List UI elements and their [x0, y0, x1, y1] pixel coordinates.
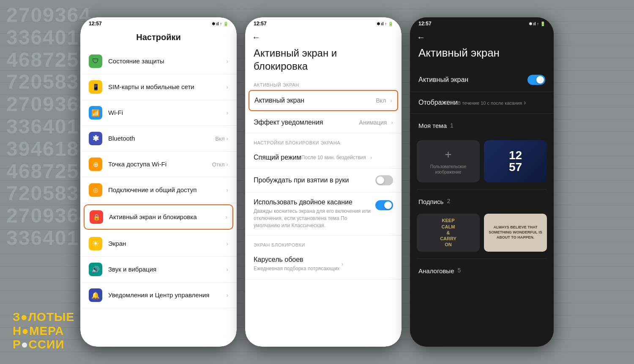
- phone-3-screen: 12:57 ✱ ıl ↑ 🔋 ← Активный экран Активный…: [410, 17, 554, 347]
- screen-icon: ☀: [89, 237, 102, 250]
- settings-item-security[interactable]: 🛡 Состояние защиты ›: [80, 49, 237, 74]
- sound-icon: 🔊: [89, 263, 102, 276]
- hotspot-label: Точка доступа Wi-Fi: [108, 160, 167, 168]
- lock-icon: 🔒: [90, 210, 103, 224]
- theme-grid: + Пользовательское изображение 12 57: [410, 137, 554, 189]
- page-3-title: Активный экран: [410, 44, 554, 68]
- chevron-icon: ›: [226, 240, 228, 247]
- chevron-icon: ›: [226, 109, 228, 116]
- sleep-mode-title: Спящий режим: [254, 154, 301, 161]
- phone-3: 12:57 ✱ ıl ↑ 🔋 ← Активный экран Активный…: [410, 17, 554, 347]
- active-screen-title: Активный экран: [254, 97, 376, 104]
- phone-3-status-bar: 12:57 ✱ ıl ↑ 🔋: [410, 17, 554, 28]
- chevron-icon: ›: [226, 292, 228, 299]
- phone-1: 12:57 ✱ ıl ↑ 🔋 Настройки 🛡 Состояние защ…: [80, 17, 237, 347]
- toggle-knob: [384, 201, 392, 209]
- double-tap-toggle[interactable]: [375, 200, 393, 210]
- sleep-mode-row[interactable]: Спящий режим После 10 мин. бездействия ›: [245, 147, 402, 168]
- settings-item-wifi[interactable]: 📶 Wi-Fi ›: [80, 100, 237, 126]
- my-theme-number: 1: [450, 122, 454, 129]
- hotspot-value: Откл: [212, 161, 225, 168]
- settings-item-bluetooth[interactable]: ✱ Bluetooth Вкл ›: [80, 126, 237, 152]
- my-theme-label: Моя тема: [418, 118, 447, 133]
- screen-label: Экран: [108, 240, 126, 247]
- notification-icon: 🔔: [89, 288, 102, 302]
- chevron-icon: ›: [370, 154, 372, 161]
- active-screen-dark-title: Активный экран: [418, 76, 527, 84]
- toggle-knob: [536, 76, 544, 84]
- sig-keepcalm[interactable]: KEEPCALM&CARRYON: [417, 214, 480, 252]
- section-label-active: АКТИВНЫЙ ЭКРАН: [245, 79, 402, 89]
- sound-label: Звук и вибрация: [108, 266, 156, 273]
- active-screen-value: Вкл: [376, 97, 386, 104]
- notification-effect-row[interactable]: Эффект уведомления Анимация ›: [245, 112, 402, 133]
- theme-add-custom[interactable]: + Пользовательское изображение: [417, 140, 480, 182]
- chevron-icon: ›: [226, 161, 228, 168]
- wallpaper-row[interactable]: Карусель обоев Ежедневная подборка потря…: [245, 249, 402, 280]
- active-screen-row[interactable]: Активный экран Вкл ›: [249, 90, 398, 111]
- wake-lift-toggle[interactable]: [375, 175, 393, 185]
- wallpaper-desc: Ежедневная подборка потрясающих: [254, 265, 340, 272]
- clock-time: 12: [509, 149, 522, 161]
- chevron-icon: ›: [226, 84, 228, 90]
- wifi-label: Wi-Fi: [108, 109, 123, 116]
- signature-grid: KEEPCALM&CARRYON ALWAYS BELIEVE THAT SOM…: [410, 212, 554, 258]
- chevron-icon-dark: ›: [524, 99, 526, 106]
- analog-section-header: Аналоговые 5: [410, 259, 554, 281]
- plus-icon: +: [445, 148, 451, 161]
- chevron-icon: ›: [225, 214, 227, 220]
- chevron-icon: ›: [226, 135, 228, 142]
- theme-clock[interactable]: 12 57: [484, 140, 547, 182]
- phone-1-status-bar: 12:57 ✱ ıl ↑ 🔋: [80, 17, 237, 28]
- clock-minutes: 57: [509, 161, 522, 173]
- phone-3-time: 12:57: [418, 21, 432, 27]
- phone-2-screen: 12:57 ✱ ıl ↑ 🔋 ← Активный экран и блокир…: [245, 17, 402, 347]
- hotspot-icon: ⊕: [89, 158, 102, 171]
- sim-label: SIM-карты и мобильные сети: [108, 83, 194, 90]
- back-button-dark[interactable]: ←: [410, 28, 554, 44]
- settings-item-sim[interactable]: 📱 SIM-карты и мобильные сети ›: [80, 74, 237, 100]
- analog-number: 5: [457, 267, 461, 274]
- settings-item-activescreen[interactable]: 🔒 Активный экран и блокировка ›: [84, 204, 233, 230]
- security-label: Состояние защиты: [108, 57, 164, 65]
- connection-icon: ◎: [89, 183, 102, 197]
- settings-item-connection[interactable]: ◎ Подключение и общий доступ ›: [80, 177, 237, 203]
- bluetooth-value: Вкл: [215, 136, 224, 142]
- settings-title: Настройки: [80, 28, 237, 49]
- bluetooth-label: Bluetooth: [108, 135, 135, 142]
- signature-label: Подпись: [418, 194, 443, 208]
- toggle-knob: [377, 177, 384, 184]
- phone-2: 12:57 ✱ ıl ↑ 🔋 ← Активный экран и блокир…: [245, 17, 402, 347]
- double-tap-title: Использовать двойное касание: [254, 198, 371, 206]
- settings-item-screen[interactable]: ☀ Экран ›: [80, 231, 237, 257]
- display-time-row[interactable]: ОтображениВ течение 10 с после касания ›: [410, 92, 554, 114]
- notifications-label: Уведомления и Центр управления: [108, 291, 209, 299]
- phone-3-status-icons: ✱ ıl ↑ 🔋: [529, 22, 545, 26]
- bluetooth-icon: ✱: [89, 132, 102, 145]
- double-tap-desc: Дважды коснитесь экрана для его включени…: [254, 208, 371, 229]
- signature-section-header: Подпись 2: [410, 190, 554, 212]
- sig-alwaysbelieve[interactable]: ALWAYS BELIEVE THAT SOMETHING WONDERFUL …: [484, 214, 547, 252]
- phones-container: 12:57 ✱ ıl ↑ 🔋 Настройки 🛡 Состояние защ…: [0, 0, 634, 364]
- phone-2-time: 12:57: [254, 21, 267, 27]
- chevron-icon: ›: [226, 266, 228, 273]
- back-button[interactable]: ←: [245, 28, 402, 44]
- wake-lift-row[interactable]: Пробуждать при взятии в руки: [245, 168, 402, 193]
- analog-label: Аналоговые: [418, 263, 454, 277]
- phone-2-status-bar: 12:57 ✱ ıl ↑ 🔋: [245, 17, 402, 28]
- settings-item-sound[interactable]: 🔊 Звук и вибрация ›: [80, 257, 237, 283]
- active-screen-toggle-row[interactable]: Активный экран: [410, 68, 554, 92]
- settings-item-notifications[interactable]: 🔔 Уведомления и Центр управления ›: [80, 283, 237, 308]
- phone-1-screen: 12:57 ✱ ıl ↑ 🔋 Настройки 🛡 Состояние защ…: [80, 17, 237, 347]
- active-screen-dark-toggle[interactable]: [527, 75, 545, 85]
- sleep-mode-value: После 10 мин. бездействия: [301, 155, 366, 160]
- signature-number: 2: [447, 198, 450, 204]
- double-tap-row[interactable]: Использовать двойное касание Дважды косн…: [245, 193, 402, 235]
- section-label-lockscreen: ЭКРАН БЛОКИРОВКИ: [245, 239, 402, 249]
- activescreen-label: Активный экран и блокировка: [109, 213, 197, 220]
- my-theme-section: Моя тема 1: [410, 114, 554, 137]
- chevron-icon: ›: [390, 97, 392, 104]
- connection-label: Подключение и общий доступ: [108, 186, 197, 193]
- settings-item-hotspot[interactable]: ⊕ Точка доступа Wi-Fi Откл ›: [80, 152, 237, 177]
- clock-display: 12 57: [509, 149, 522, 173]
